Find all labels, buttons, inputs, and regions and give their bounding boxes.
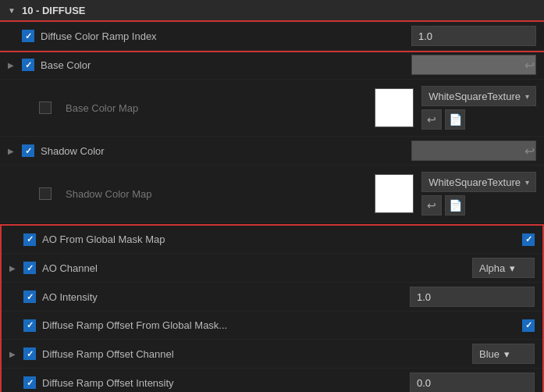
diffuse-color-ramp-index-input[interactable] xyxy=(411,26,536,46)
diffuse-ramp-global-placeholder xyxy=(9,321,20,330)
ao-from-global-mask-label: AO From Global Mask Map xyxy=(42,233,522,245)
base-color-expand[interactable]: ▶ xyxy=(8,61,19,69)
shadow-color-expand[interactable]: ▶ xyxy=(8,147,19,155)
base-color-map-texture-name: WhiteSquareTexture xyxy=(428,91,521,102)
diffuse-ramp-offset-channel-row: ▶ Diffuse Ramp Offset Channel Blue ▾ xyxy=(2,340,542,369)
diffuse-ramp-offset-channel-chevron: ▾ xyxy=(504,348,510,360)
diffuse-ramp-channel-expand[interactable]: ▶ xyxy=(9,350,20,358)
section-header[interactable]: ▼ 10 - DIFFUSE xyxy=(0,0,544,22)
expand-placeholder xyxy=(8,32,19,41)
shadow-color-swatch[interactable] xyxy=(411,141,536,161)
diffuse-ramp-offset-global-mask-checkbox[interactable] xyxy=(23,319,36,332)
diffuse-ramp-offset-intensity-label: Diffuse Ramp Offset Intensity xyxy=(42,377,410,389)
diffuse-ramp-offset-channel-value: Blue xyxy=(479,348,500,360)
ao-channel-row: ▶ AO Channel Alpha ▾ xyxy=(2,254,542,283)
shadow-color-map-texture-name: WhiteSquareTexture xyxy=(428,176,521,188)
base-color-map-preview xyxy=(375,88,414,127)
base-color-map-chevron: ▾ xyxy=(525,92,529,101)
shadow-color-map-back-icon[interactable]: ↩ xyxy=(421,195,442,216)
base-color-label: Base Color xyxy=(41,59,411,71)
base-color-swatch[interactable] xyxy=(411,55,536,75)
base-color-map-checkbox[interactable] xyxy=(39,102,52,114)
base-color-map-dropdown[interactable]: WhiteSquareTexture ▾ xyxy=(421,86,536,106)
diffuse-ramp-offset-channel-label: Diffuse Ramp Offset Channel xyxy=(42,348,472,360)
diffuse-color-ramp-index-label: Diffuse Color Ramp Index xyxy=(41,30,411,42)
diffuse-ramp-offset-intensity-checkbox[interactable] xyxy=(23,376,36,389)
shadow-color-map-label: Shadow Color Map xyxy=(66,188,367,200)
ao-global-placeholder xyxy=(9,235,20,244)
ao-channel-value: Alpha xyxy=(479,262,505,274)
shadow-color-map-row: Shadow Color Map WhiteSquareTexture ▾ ↩ … xyxy=(0,166,544,223)
section-title: 10 - DIFFUSE xyxy=(22,5,86,16)
diffuse-color-ramp-index-row: Diffuse Color Ramp Index xyxy=(0,22,544,51)
base-color-map-label: Base Color Map xyxy=(66,102,367,114)
diffuse-ramp-offset-channel-dropdown[interactable]: Blue ▾ xyxy=(472,344,535,364)
diffuse-ramp-offset-intensity-input[interactable] xyxy=(410,372,535,392)
shadow-color-map-preview xyxy=(375,174,414,213)
diffuse-ramp-offset-global-mask-row: Diffuse Ramp Offset From Global Mask... xyxy=(2,312,542,340)
shadow-color-map-checkbox[interactable] xyxy=(39,187,52,200)
base-color-map-back-icon[interactable]: ↩ xyxy=(421,109,442,130)
base-color-map-icons: ↩ 📄 xyxy=(421,109,536,130)
base-color-row: ▶ Base Color ↩ xyxy=(0,51,544,80)
shadow-color-checkbox[interactable] xyxy=(22,144,34,157)
diffuse-ramp-intensity-placeholder xyxy=(9,379,20,387)
shadow-color-map-folder-icon[interactable]: 📄 xyxy=(445,195,465,216)
section-collapse-arrow[interactable]: ▼ xyxy=(8,6,16,15)
shadow-color-map-chevron: ▾ xyxy=(525,178,529,187)
ao-from-global-mask-value-checkbox[interactable] xyxy=(522,233,535,246)
diffuse-color-ramp-index-checkbox[interactable] xyxy=(22,30,34,42)
ao-intensity-input[interactable] xyxy=(410,287,535,307)
base-color-map-folder-icon[interactable]: 📄 xyxy=(445,109,465,130)
base-color-reset[interactable]: ↩ xyxy=(521,56,538,73)
ao-intensity-row: AO Intensity xyxy=(2,283,542,312)
ao-from-global-mask-checkbox[interactable] xyxy=(23,233,36,246)
ao-channel-dropdown[interactable]: Alpha ▾ xyxy=(472,258,535,278)
ao-intensity-placeholder xyxy=(9,293,20,301)
ao-channel-label: AO Channel xyxy=(42,262,472,274)
base-color-checkbox[interactable] xyxy=(22,59,34,71)
diffuse-ramp-offset-intensity-row: Diffuse Ramp Offset Intensity xyxy=(2,369,542,392)
ao-channel-chevron: ▾ xyxy=(510,262,515,274)
ao-intensity-label: AO Intensity xyxy=(42,291,410,303)
shadow-color-reset[interactable]: ↩ xyxy=(521,142,538,159)
shadow-color-row: ▶ Shadow Color ↩ xyxy=(0,137,544,166)
diffuse-ramp-offset-global-mask-label: Diffuse Ramp Offset From Global Mask... xyxy=(42,319,522,331)
diffuse-ramp-offset-channel-checkbox[interactable] xyxy=(23,347,36,360)
diffuse-ramp-offset-global-mask-value-checkbox[interactable] xyxy=(522,319,535,332)
shadow-color-map-icons: ↩ 📄 xyxy=(421,195,536,216)
ao-channel-checkbox[interactable] xyxy=(23,262,36,274)
shadow-color-label: Shadow Color xyxy=(41,145,411,157)
base-color-map-row: Base Color Map WhiteSquareTexture ▾ ↩ 📄 xyxy=(0,80,544,137)
ao-from-global-mask-map-row: AO From Global Mask Map xyxy=(2,226,542,254)
ao-intensity-checkbox[interactable] xyxy=(23,290,36,303)
ao-channel-expand[interactable]: ▶ xyxy=(9,264,20,273)
shadow-color-map-dropdown[interactable]: WhiteSquareTexture ▾ xyxy=(421,172,536,192)
